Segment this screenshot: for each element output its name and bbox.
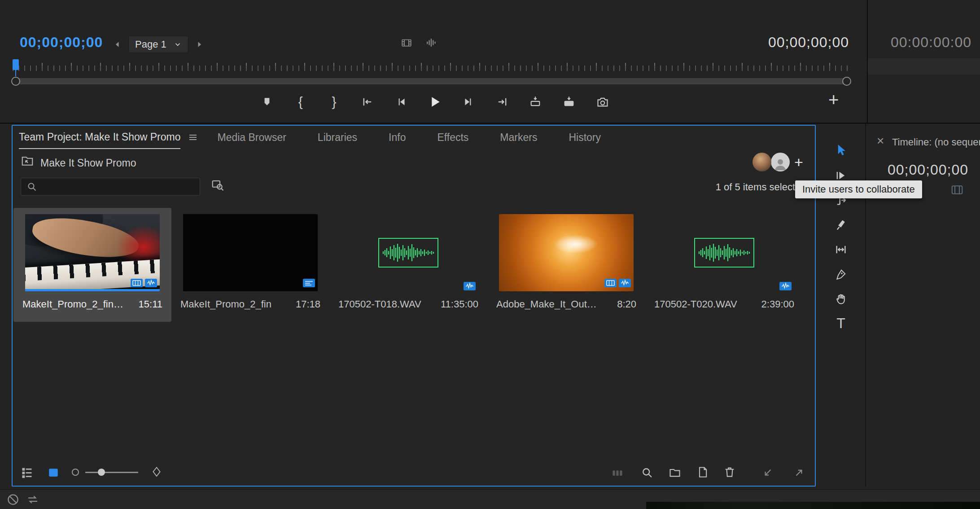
icon-view-button[interactable] [48,467,59,478]
tab-markers[interactable]: Markers [500,132,537,144]
media-card[interactable]: MakeIt_Promo_2_fin 17:18 [171,208,329,322]
playhead-timecode[interactable]: 00;00;00;00 [20,34,103,51]
pen-tool[interactable] [826,262,856,286]
delete-button[interactable] [723,466,736,478]
go-to-out-button[interactable] [494,94,510,110]
export-frame-button[interactable] [595,94,610,110]
clip-duration: 17:18 [296,298,320,310]
mark-out-button[interactable]: } [327,94,342,110]
media-card[interactable]: MakeIt_Promo_2_fin… 15:11 [13,208,171,322]
zoom-handle-right[interactable] [842,77,851,86]
page-prev-icon[interactable] [113,40,122,49]
search-input[interactable] [42,181,194,193]
zoom-slider-thumb[interactable] [98,469,105,476]
clip-duration: 11:35:00 [441,298,478,310]
zoom-handle-left[interactable] [11,77,20,86]
audio-badge-icon [619,279,631,287]
breadcrumb[interactable]: Make It Show Promo [40,157,136,169]
clip-name[interactable]: MakeIt_Promo_2_fin [180,298,271,310]
razor-tool[interactable] [826,212,856,237]
audio-thumbnail[interactable] [657,214,792,291]
avatar[interactable] [771,153,790,171]
collapse-icon[interactable] [762,467,774,478]
timeline-timecode[interactable]: 00;00;00;00 [888,162,968,178]
clip-name[interactable]: 170502-T020.WAV [654,298,737,310]
monitor-time-ruler[interactable] [13,61,850,76]
tab-media-browser[interactable]: Media Browser [217,132,286,144]
media-card[interactable]: Adobe_Make_It_Outro_… 8:20 [487,208,645,322]
bin-icon[interactable] [21,154,34,168]
expand-icon[interactable] [793,467,805,478]
step-forward-button[interactable] [461,94,476,110]
timeline-tab[interactable]: Timeline: (no sequen [892,136,980,148]
avatar[interactable] [752,153,771,171]
sort-icons-button[interactable] [151,466,162,478]
video-thumbnail[interactable] [25,214,160,291]
button-editor-add[interactable]: + [828,90,839,110]
mark-in-button[interactable]: { [293,94,308,110]
clip-type-badges [604,279,631,287]
page-next-icon[interactable] [195,40,204,49]
close-icon[interactable]: × [877,134,884,148]
media-grid: MakeIt_Promo_2_fin… 15:11 MakeIt_Promo_2… [13,208,803,322]
insert-button[interactable] [528,94,543,110]
drag-audio-icon[interactable] [426,37,438,48]
thumbnail-zoom-slider[interactable] [85,472,138,473]
ruler-minor-ticks [13,66,850,71]
monitor-drag-icons [401,37,438,48]
zoom-out-icon[interactable] [72,469,79,476]
clip-name[interactable]: Adobe_Make_It_Outro_… [496,298,599,310]
clip-name[interactable]: MakeIt_Promo_2_fin… [22,298,123,310]
add-user-button[interactable]: + [794,154,803,171]
premiere-window: 00;00;00;00 Page 1 00;00;00;00 [0,0,980,509]
tools-panel: T [826,138,856,336]
new-item-button[interactable] [696,466,709,478]
sequence-badge-icon [303,279,315,287]
video-thumbnail[interactable] [499,214,634,291]
clip-type-badges [464,282,476,290]
page-select[interactable]: Page 1 [128,36,188,53]
search-icon [26,181,37,192]
media-card[interactable]: 170502-T018.WAV 11:35:00 [329,208,487,322]
overwrite-button[interactable] [561,94,577,110]
horizontal-divider [0,123,980,124]
hand-tool[interactable] [826,286,856,311]
audio-thumbnail[interactable] [341,214,476,291]
timeline-panel: × Timeline: (no sequen 00;00;00;00 [868,124,980,487]
page-navigation: Page 1 [113,36,204,53]
waveform-box [694,238,754,268]
new-bin-button[interactable] [669,466,681,479]
monitor-zoom-scrollbar[interactable] [13,78,850,84]
sync-status-icon [26,493,39,506]
go-to-in-button[interactable] [360,94,375,110]
insert-sequence-icon[interactable] [950,183,964,197]
drag-video-icon[interactable] [401,37,412,48]
tooltip: Invite users to collaborate [795,180,922,198]
tab-history[interactable]: History [569,132,601,144]
clip-name[interactable]: 170502-T018.WAV [338,298,421,310]
waveform-box [378,238,438,268]
step-back-button[interactable] [394,94,409,110]
scrub-progress-bar[interactable] [25,289,160,291]
transport-controls: { } [259,91,610,113]
type-tool[interactable]: T [826,311,856,336]
project-panel: Team Project: Make It Show Promo Media B… [12,125,816,487]
card-label: MakeIt_Promo_2_fin… 15:11 [13,298,171,310]
automate-to-sequence-button[interactable] [611,467,624,479]
panel-menu-icon[interactable] [188,132,198,143]
video-thumbnail[interactable] [183,214,318,291]
project-toolbar [13,460,815,486]
tab-effects[interactable]: Effects [437,132,468,144]
list-view-button[interactable] [21,466,33,478]
media-card[interactable]: 170502-T020.WAV 2:39:00 [645,208,803,322]
add-marker-button[interactable] [259,94,275,110]
play-button[interactable] [427,94,442,110]
tab-team-project[interactable]: Team Project: Make It Show Promo [19,126,180,149]
slip-tool[interactable] [826,237,856,262]
tab-info[interactable]: Info [389,132,406,144]
playhead-marker[interactable] [13,59,19,70]
tab-libraries[interactable]: Libraries [318,132,357,144]
find-in-bin-icon[interactable] [211,179,224,192]
find-button[interactable] [641,466,653,479]
selection-tool[interactable] [826,138,856,163]
